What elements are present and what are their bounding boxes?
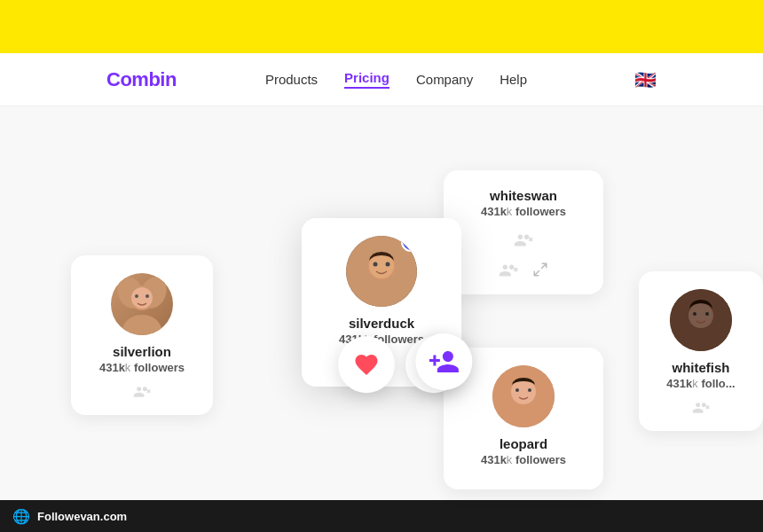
svg-point-30 xyxy=(705,312,709,316)
card-whitefish[interactable]: whitefish 431kk follo... xyxy=(639,271,763,431)
avatar-whitefish xyxy=(670,289,732,351)
svg-point-25 xyxy=(528,388,531,392)
avatar-leopard xyxy=(492,365,555,427)
svg-point-5 xyxy=(135,294,138,298)
svg-point-24 xyxy=(515,388,519,392)
unfollow-icon-whiteswan[interactable] xyxy=(514,231,533,250)
nav-products[interactable]: Products xyxy=(265,72,318,87)
followers-whiteswan: 431kk followers xyxy=(481,205,566,218)
name-whitefish: whitefish xyxy=(672,360,729,375)
whiteswan-expand xyxy=(499,261,548,280)
name-silverduck: silverduck xyxy=(349,316,414,331)
svg-point-27 xyxy=(688,303,713,328)
unfollow-icon-whiteswan2[interactable] xyxy=(499,261,518,280)
followers-leopard: 431kk followers xyxy=(481,453,566,466)
avatar-silverlion xyxy=(111,273,173,335)
svg-point-14 xyxy=(386,262,390,267)
navbar: Combin Products Pricing Company Help 🇬🇧 xyxy=(0,53,763,106)
whiteswan-icons xyxy=(514,231,533,250)
yellow-banner xyxy=(0,0,763,53)
add-user-button[interactable] xyxy=(415,333,472,390)
card-whiteswan[interactable]: whiteswan 431kk followers xyxy=(444,170,603,294)
expand-icon-whiteswan[interactable] xyxy=(532,262,548,280)
svg-point-29 xyxy=(693,312,696,316)
svg-point-12 xyxy=(369,254,394,278)
nav-pricing[interactable]: Pricing xyxy=(344,70,389,89)
followers-silverlion: 431kk followers xyxy=(99,361,185,374)
name-whiteswan: whiteswan xyxy=(490,188,557,203)
svg-point-13 xyxy=(374,262,378,267)
like-button[interactable] xyxy=(338,336,395,393)
unfollow-icon-whitefish[interactable] xyxy=(692,399,710,417)
nav-company[interactable]: Company xyxy=(416,72,473,87)
card-silverlion[interactable]: silverlion 431kk followers xyxy=(71,255,213,415)
navbar-links: Products Pricing Company Help xyxy=(265,70,527,89)
navbar-flag[interactable]: 🇬🇧 xyxy=(634,69,657,90)
name-leopard: leopard xyxy=(499,436,547,451)
svg-point-1 xyxy=(122,315,161,335)
cards-container: silverlion 431kk followers xyxy=(0,106,763,532)
svg-point-22 xyxy=(511,379,536,404)
main-content: silverlion 431kk followers xyxy=(0,106,763,532)
name-silverlion: silverlion xyxy=(113,344,171,359)
followers-whitefish: 431kk follo... xyxy=(666,377,735,390)
footer-bar: 🌐 Followevan.com xyxy=(0,500,763,532)
svg-point-6 xyxy=(146,294,149,298)
footer-label: Followevan.com xyxy=(37,510,127,523)
globe-icon: 🌐 xyxy=(12,508,30,525)
navbar-logo[interactable]: Combin xyxy=(106,68,177,91)
nav-help[interactable]: Help xyxy=(499,72,527,87)
unfollow-icon-silverlion[interactable] xyxy=(133,383,151,401)
avatar-silverduck: ✓ xyxy=(346,236,417,307)
